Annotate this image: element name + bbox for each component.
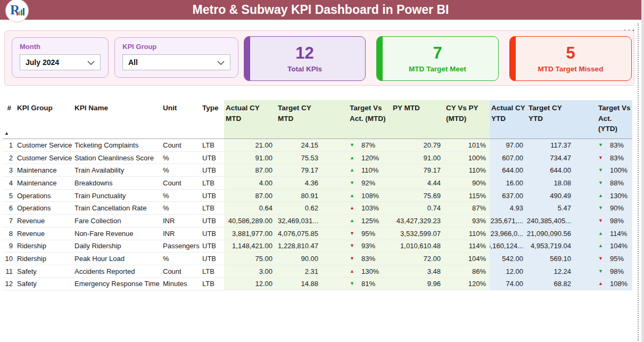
cell-kpi-name: Train Availability (73, 164, 161, 176)
trend-arrow-icon: ▲ (350, 193, 354, 198)
cell-cy-vs-py-mtd: 114% (444, 240, 490, 253)
cell-target-cy-mtd: 75.53 (276, 152, 322, 164)
cell-target-cy-mtd: 0.62 (276, 202, 322, 214)
trend-arrow-icon: ▲ (598, 193, 603, 198)
trend-arrow-icon: ▲ (350, 269, 354, 274)
trend-percent: 125% (361, 217, 379, 225)
column-header-kpi-group[interactable]: KPI Group (15, 100, 73, 139)
trend-percent: 81% (361, 280, 375, 288)
cell-unit: Count (161, 265, 201, 278)
cell-py-mtd: 20.79 (391, 139, 444, 151)
month-dropdown[interactable]: July 2024 (20, 54, 101, 70)
visual-resize-handle[interactable] (638, 23, 639, 341)
page-title: Metro & Subway KPI Dashboard in Power BI (0, 0, 641, 20)
column-header-unit[interactable]: Unit (161, 100, 201, 139)
trend-percent: 98% (610, 267, 624, 275)
column-header-index[interactable]: # ▲ (3, 100, 15, 139)
cell-target-vs-act-mtd: ▼ 92% (322, 177, 391, 189)
table-row[interactable]: 7 Revenue Fare Collection INR UTB 40,586… (3, 215, 632, 227)
kpi-table: # ▲ KPI Group KPI Name Unit Type Actual … (3, 100, 632, 290)
cell-target-cy-ytd: 18.08 (527, 177, 575, 189)
cell-actual-cy-mtd: 87.00 (224, 190, 276, 202)
sort-ascending-icon: ▲ (4, 130, 9, 137)
cell-target-cy-ytd: 68.82 (527, 278, 575, 290)
table-row[interactable]: 9 Ridership Daily Ridership Passengers U… (3, 240, 632, 253)
kpi-group-dropdown[interactable]: All (122, 54, 230, 70)
column-header-target-vs-act-mtd[interactable]: Target Vs Act. (MTD) (322, 100, 391, 139)
card-accent-bar (244, 36, 250, 81)
column-header-type[interactable]: Type (201, 100, 224, 139)
table-row[interactable]: 8 Revenue Non-Fare Revenue INR UTB 3,881… (3, 227, 632, 240)
cell-target-vs-act-mtd: ▼ 81% (322, 278, 391, 290)
cell-type: LTB (201, 177, 224, 189)
cell-target-vs-act-ytd: ▼ 100% (575, 164, 632, 176)
trend-arrow-icon: ▼ (350, 231, 354, 236)
cell-unit: % (161, 190, 201, 202)
cell-cy-vs-py-mtd: 110% (444, 164, 490, 176)
cell-target-cy-mtd: 14.88 (276, 278, 322, 290)
column-header-py-mtd[interactable]: PY MTD (391, 100, 444, 139)
cell-kpi-name: Station Cleanliness Score (73, 152, 161, 164)
cell-actual-cy-ytd: 23,966,0... (490, 227, 527, 240)
table-row[interactable]: 3 Maintenance Train Availability % UTB 8… (3, 164, 632, 177)
cell-actual-cy-ytd: 235,671,... (490, 215, 527, 227)
cell-target-cy-mtd: 24.15 (276, 139, 322, 151)
table-row[interactable]: 2 Customer Service Station Cleanliness S… (3, 152, 632, 165)
cell-target-vs-act-mtd: ▼ 93% (322, 240, 391, 253)
cell-py-mtd: 79.17 (391, 164, 444, 176)
column-header-actual-cy-ytd[interactable]: Actual CY YTD (490, 100, 527, 139)
table-header-row: # ▲ KPI Group KPI Name Unit Type Actual … (3, 100, 632, 139)
cell-py-mtd: 91.00 (391, 152, 444, 164)
cell-kpi-name: Train Cancellation Rate (73, 202, 161, 214)
column-header-actual-cy-mtd[interactable]: Actual CY MTD (224, 100, 276, 139)
cell-kpi-group: Revenue (15, 215, 73, 227)
cell-kpi-group: Safety (15, 265, 73, 278)
table-row[interactable]: 11 Safety Accidents Reported Count LTB 3… (3, 265, 632, 278)
column-header-target-cy-ytd[interactable]: Target CY YTD (527, 100, 575, 139)
cell-actual-cy-ytd: 637.00 (490, 190, 527, 202)
cell-cy-vs-py-mtd: 110% (444, 227, 490, 240)
mtd-target-meet-label: MTD Target Meet (409, 65, 466, 73)
mtd-target-meet-card: 7 MTD Target Meet (376, 36, 499, 81)
cell-target-vs-act-ytd: ▲ 130% (575, 190, 632, 202)
cell-row-number: 1 (3, 139, 15, 151)
table-row[interactable]: 4 Maintenance Breakdowns Count LTB 4.00 … (3, 177, 632, 190)
cell-kpi-group: Ridership (15, 253, 73, 265)
trend-percent: 130% (610, 192, 628, 200)
table-row[interactable]: 12 Safety Emergency Response Time Minute… (3, 278, 632, 291)
table-row[interactable]: 6 Operations Train Cancellation Rate % L… (3, 202, 632, 215)
cell-py-mtd: 9.96 (391, 278, 444, 290)
column-header-target-vs-act-ytd[interactable]: Target Vs Act. (YTD) (575, 100, 632, 139)
trend-arrow-icon: ▲ (598, 231, 603, 236)
cell-actual-cy-mtd: 40,586,289.00 (224, 215, 276, 227)
trend-percent: 95% (361, 230, 375, 238)
column-header-target-cy-mtd[interactable]: Target CY MTD (276, 100, 322, 139)
cell-target-cy-ytd: 5.47 (527, 202, 575, 214)
table-row[interactable]: 1 Customer Service Ticketing Complaints … (3, 139, 632, 152)
right-edge-strip (641, 0, 644, 342)
total-kpis-value: 12 (295, 44, 313, 62)
trend-arrow-icon: ▼ (350, 256, 354, 261)
cell-target-cy-mtd: 80.91 (276, 190, 322, 202)
trend-arrow-icon: ▼ (350, 281, 354, 286)
cell-kpi-group: Maintenance (15, 177, 73, 189)
title-bar: Metro & Subway KPI Dashboard in Power BI (0, 0, 641, 20)
cell-type: UTB (201, 227, 224, 240)
cell-type: UTB (201, 215, 224, 227)
column-header-kpi-name[interactable]: KPI Name (73, 100, 161, 139)
mtd-target-meet-value: 7 (433, 44, 442, 62)
total-kpis-card: 12 Total KPIs (244, 36, 366, 81)
cell-target-vs-act-ytd: ▼ 83% (575, 152, 632, 164)
column-header-cy-vs-py-mtd[interactable]: CY Vs PY (MTD) (444, 100, 490, 139)
cell-kpi-group: Safety (15, 278, 73, 290)
table-row[interactable]: 10 Ridership Peak Hour Load % UTB 75.00 … (3, 253, 632, 265)
chevron-down-icon (87, 58, 95, 67)
table-row[interactable]: 5 Operations Train Punctuality % UTB 87.… (3, 190, 632, 202)
cell-type: LTB (201, 202, 224, 214)
trend-percent: 108% (610, 280, 628, 288)
cell-actual-cy-mtd: 0.64 (224, 202, 276, 214)
cell-row-number: 2 (3, 152, 15, 164)
cell-target-cy-mtd: 90.00 (276, 253, 322, 265)
cell-row-number: 8 (3, 227, 15, 240)
cell-target-vs-act-mtd: ▼ 87% (322, 139, 391, 151)
